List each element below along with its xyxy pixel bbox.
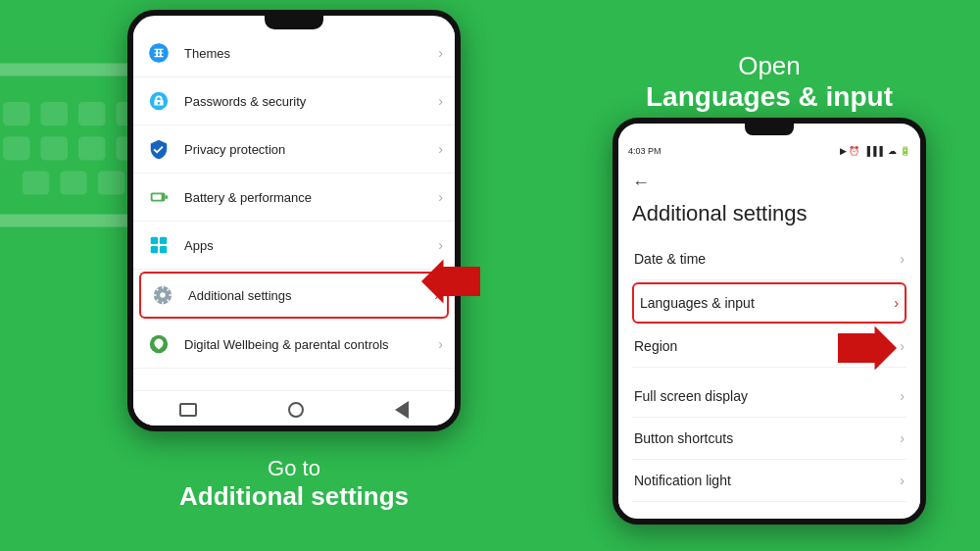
themes-label: Themes (184, 46, 438, 61)
svg-rect-2 (41, 102, 69, 125)
notification-chevron: › (900, 473, 905, 488)
passwords-icon (145, 87, 172, 115)
settings-item-additional[interactable]: Additional settings › (139, 272, 449, 319)
svg-rect-16 (153, 194, 162, 200)
svg-rect-19 (151, 246, 158, 253)
status-bar: 4:03 PM ▶ ⏰ ▌▌▌ ☁ 🔋 (618, 137, 920, 165)
svg-rect-6 (41, 136, 69, 160)
svg-rect-3 (78, 102, 106, 125)
svg-rect-10 (60, 171, 87, 194)
additional-label: Additional settings (188, 288, 434, 303)
settings-item-passwords[interactable]: Passwords & security › (133, 77, 455, 125)
right-item-languages[interactable]: Languages & input › (632, 282, 906, 324)
svg-rect-7 (78, 136, 106, 160)
passwords-chevron: › (438, 93, 443, 109)
svg-marker-25 (838, 326, 897, 371)
left-settings-list: Themes › Passwords & security › Privacy … (133, 29, 455, 369)
svg-rect-1 (3, 102, 30, 125)
back-button[interactable]: ← (632, 173, 906, 193)
settings-item-privacy[interactable]: Privacy protection › (133, 125, 455, 174)
nav-back-icon[interactable] (395, 401, 409, 419)
right-phone-notch (745, 124, 794, 135)
time-display: 4:03 PM (628, 146, 662, 156)
additional-icon (149, 281, 176, 309)
themes-icon (145, 39, 172, 67)
wellbeing-icon (145, 330, 172, 358)
svg-point-22 (160, 292, 166, 298)
privacy-chevron: › (438, 141, 443, 157)
open-line2: Languages & input (612, 81, 926, 113)
privacy-icon (145, 135, 172, 163)
left-instruction-label: Go to Additional settings (127, 456, 461, 512)
right-item-notification[interactable]: Notification light › (632, 460, 906, 502)
right-item-button[interactable]: Button shortcuts › (632, 418, 906, 460)
languages-label: Languages & input (640, 295, 755, 311)
apps-icon (145, 231, 172, 259)
status-icons: ▶ ⏰ ▌▌▌ ☁ 🔋 (840, 146, 910, 156)
right-phone: 4:03 PM ▶ ⏰ ▌▌▌ ☁ 🔋 ← Additional setting… (612, 118, 926, 525)
right-item-datetime[interactable]: Date & time › (632, 238, 906, 280)
right-arrow (838, 324, 897, 373)
battery-icon (145, 183, 172, 211)
left-phone-notch (265, 16, 323, 29)
settings-item-wellbeing[interactable]: Digital Wellbeing & parental controls › (133, 321, 455, 369)
battery-label: Battery & performance (184, 190, 438, 205)
left-phone-screen: Themes › Passwords & security › Privacy … (133, 29, 455, 390)
nav-circle-icon[interactable] (288, 402, 304, 418)
fullscreen-label: Full screen display (634, 388, 748, 404)
battery-chevron: › (438, 189, 443, 205)
svg-rect-9 (23, 171, 50, 194)
svg-rect-17 (151, 237, 158, 244)
left-phone: Themes › Passwords & security › Privacy … (127, 10, 461, 431)
apps-label: Apps (184, 238, 438, 253)
right-instruction-label: Open Languages & input (612, 51, 926, 113)
left-nav-bar (133, 390, 455, 427)
settings-item-themes[interactable]: Themes › (133, 29, 455, 77)
svg-rect-15 (165, 195, 168, 199)
svg-rect-20 (160, 246, 167, 253)
wellbeing-label: Digital Wellbeing & parental controls (184, 337, 438, 352)
svg-rect-18 (160, 237, 167, 244)
right-screen-title: Additional settings (632, 201, 906, 226)
privacy-label: Privacy protection (184, 142, 438, 157)
notification-label: Notification light (634, 473, 731, 488)
button-chevron: › (900, 430, 905, 446)
go-to-line2: Additional settings (127, 481, 461, 512)
region-label: Region (634, 338, 677, 354)
settings-item-apps[interactable]: Apps › (133, 222, 455, 270)
languages-chevron: › (894, 295, 899, 311)
apps-chevron: › (438, 237, 443, 253)
region-chevron: › (900, 338, 905, 354)
fullscreen-chevron: › (900, 388, 905, 404)
nav-square-icon[interactable] (179, 403, 197, 417)
button-label: Button shortcuts (634, 430, 733, 446)
open-line1: Open (612, 51, 926, 81)
svg-rect-11 (98, 171, 125, 194)
right-item-fullscreen[interactable]: Full screen display › (632, 376, 906, 418)
wellbeing-chevron: › (438, 336, 443, 352)
svg-marker-24 (421, 260, 480, 304)
svg-rect-5 (3, 136, 30, 160)
datetime-label: Date & time (634, 251, 706, 267)
themes-chevron: › (438, 45, 443, 61)
left-arrow (421, 257, 480, 306)
passwords-label: Passwords & security (184, 94, 438, 109)
settings-item-battery[interactable]: Battery & performance › (133, 174, 455, 222)
datetime-chevron: › (900, 251, 905, 267)
go-to-line1: Go to (127, 456, 461, 481)
